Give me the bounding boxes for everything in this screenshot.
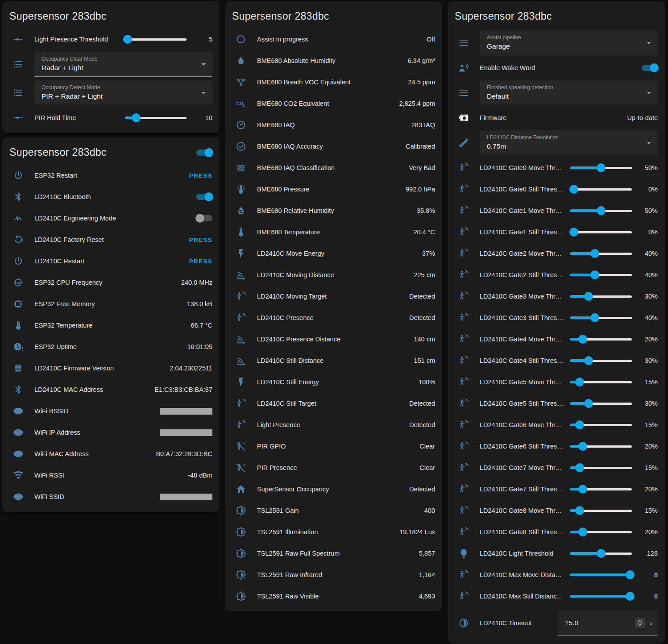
slider-thumb[interactable]	[584, 399, 593, 408]
entity-row[interactable]: LD2410C MAC AddressE1:C3:B3:CB:BA:87	[2, 379, 220, 400]
slider-thumb[interactable]	[132, 113, 141, 122]
slider-thumb[interactable]	[584, 356, 593, 365]
slider[interactable]	[570, 335, 632, 344]
entity-row[interactable]: 32ESP32 CPU Frequency240.0 MHz	[2, 272, 220, 293]
entity-row[interactable]: TSL2591 Raw Full Spectrum5,857	[225, 543, 442, 564]
entity-row[interactable]: BME680 IAQ283 IAQ	[225, 114, 442, 136]
entity-row[interactable]: ESP32 Uptime16:01:05	[2, 336, 220, 357]
slider-thumb[interactable]	[569, 185, 578, 194]
slider-thumb[interactable]	[584, 292, 593, 301]
slider[interactable]	[570, 228, 632, 237]
select-field[interactable]: Occupancy Clear ModeRadar + Light	[34, 52, 212, 77]
entity-row[interactable]: LD2410C Firmware Version2.04.23022511	[2, 357, 220, 379]
entity-row[interactable]: BME680 Temperature20.4 °C	[225, 221, 442, 243]
entity-row[interactable]: TSL2591 Gain400	[225, 500, 442, 521]
entity-row[interactable]: WiFi MAC AddressB0:A7:32:28:3D:BC	[2, 443, 220, 465]
slider[interactable]	[570, 292, 632, 301]
entity-row[interactable]: TSL2591 Raw Visible4,693	[225, 586, 442, 607]
stepper-up-icon[interactable]	[638, 620, 642, 623]
slider[interactable]	[570, 570, 632, 579]
entity-toggle[interactable]	[196, 215, 212, 221]
slider[interactable]	[570, 506, 632, 515]
slider[interactable]	[570, 163, 632, 172]
number-input[interactable]: 15.0s	[558, 611, 658, 636]
card-power-toggle[interactable]	[196, 150, 212, 156]
slider-thumb[interactable]	[123, 35, 132, 44]
slider[interactable]	[570, 442, 632, 451]
slider[interactable]	[125, 35, 187, 44]
press-button[interactable]: PRESS	[189, 172, 212, 179]
entity-row[interactable]: BME680 IAQ ClassificationVery Bad	[225, 157, 442, 179]
toggle-thumb[interactable]	[195, 214, 204, 223]
slider[interactable]	[570, 378, 632, 386]
press-button[interactable]: PRESS	[189, 237, 212, 243]
slider-thumb[interactable]	[590, 249, 599, 258]
slider-thumb[interactable]	[575, 506, 584, 515]
slider[interactable]	[570, 399, 632, 408]
select-field[interactable]: Finished speaking detectionDefault	[480, 80, 658, 105]
entity-row[interactable]: LD2410C Still Energy100%	[225, 371, 442, 393]
stepper-down-icon[interactable]	[638, 623, 642, 626]
entity-row[interactable]: LD2410C Moving TargetDetected	[225, 286, 442, 307]
slider-thumb[interactable]	[575, 378, 584, 386]
entity-toggle[interactable]	[196, 194, 212, 200]
entity-row[interactable]: LD2410C Still TargetDetected	[225, 393, 442, 414]
slider-thumb[interactable]	[575, 420, 584, 429]
entity-row[interactable]: BME680 Breath VOC Equivalent24.5 ppm	[225, 71, 442, 93]
slider-thumb[interactable]	[597, 206, 606, 215]
entity-row[interactable]: FirmwareUp-to-date	[448, 107, 665, 129]
entity-row[interactable]: BME680 Absolute Humidity6.34 g/m³	[225, 50, 442, 71]
entity-row[interactable]: WiFi BSSID	[2, 400, 220, 422]
entity-row[interactable]: TSL2591 Illumination19.1824 Lux	[225, 521, 442, 543]
toggle-thumb[interactable]	[204, 192, 213, 201]
entity-row[interactable]: BME680 Relative Humidity35.8%	[225, 200, 442, 221]
slider[interactable]	[570, 463, 632, 472]
slider-thumb[interactable]	[626, 592, 635, 601]
stepper[interactable]	[635, 618, 645, 628]
slider[interactable]	[570, 270, 632, 279]
entity-row[interactable]: CO2BME680 CO2 Equivalent2,825.4 ppm	[225, 93, 442, 114]
select-field[interactable]: Occupancy Detect ModePIR + Radar + Light	[34, 80, 212, 105]
entity-row[interactable]: Assist in progressOff	[225, 29, 442, 50]
select-field[interactable]: LD2410C Distance Resolution0.75m	[480, 130, 658, 155]
entity-row[interactable]: WiFi RSSI-48 dBm	[2, 465, 220, 486]
select-field[interactable]: Assist pipelineGarage	[480, 30, 658, 55]
entity-row[interactable]: LD2410C Moving Distance225 cm	[225, 264, 442, 286]
slider-thumb[interactable]	[578, 485, 587, 494]
slider[interactable]	[570, 549, 632, 558]
slider-thumb[interactable]	[590, 313, 599, 322]
entity-row[interactable]: BME680 IAQ AccuracyCalibrated	[225, 136, 442, 157]
slider-thumb[interactable]	[578, 335, 587, 344]
slider-thumb[interactable]	[578, 442, 587, 451]
entity-row[interactable]: SuperSensor OccupancyDetected	[225, 478, 442, 500]
slider[interactable]	[125, 113, 187, 122]
entity-row[interactable]: LD2410C Still Distance151 cm	[225, 350, 442, 371]
toggle-thumb[interactable]	[650, 63, 659, 72]
slider[interactable]	[570, 528, 632, 536]
toggle-thumb[interactable]	[204, 148, 213, 157]
slider-thumb[interactable]	[569, 228, 578, 237]
entity-row[interactable]: TSL2591 Raw Infrared1,164	[225, 564, 442, 586]
slider-thumb[interactable]	[597, 163, 606, 172]
entity-row[interactable]: PIR GPIOClear	[225, 436, 442, 457]
entity-row[interactable]: WiFi SSID	[2, 486, 220, 507]
slider[interactable]	[570, 206, 632, 215]
entity-row[interactable]: Light PresenceDetected	[225, 414, 442, 436]
slider-thumb[interactable]	[590, 270, 599, 279]
slider[interactable]	[570, 356, 632, 365]
entity-row[interactable]: WiFi IP Address	[2, 422, 220, 443]
slider-thumb[interactable]	[578, 528, 587, 536]
slider-thumb[interactable]	[626, 570, 635, 579]
slider[interactable]	[570, 420, 632, 429]
entity-row[interactable]: LD2410C Move Energy37%	[225, 243, 442, 264]
slider[interactable]	[570, 185, 632, 194]
slider[interactable]	[570, 592, 632, 601]
slider[interactable]	[570, 485, 632, 494]
slider[interactable]	[570, 249, 632, 258]
press-button[interactable]: PRESS	[189, 258, 212, 265]
entity-row[interactable]: LD2410C Presence Distance140 cm	[225, 328, 442, 350]
entity-row[interactable]: BME680 Pressure992.0 hPa	[225, 179, 442, 200]
slider-thumb[interactable]	[575, 463, 584, 472]
slider[interactable]	[570, 313, 632, 322]
entity-row[interactable]: LD2410C PresenceDetected	[225, 307, 442, 328]
